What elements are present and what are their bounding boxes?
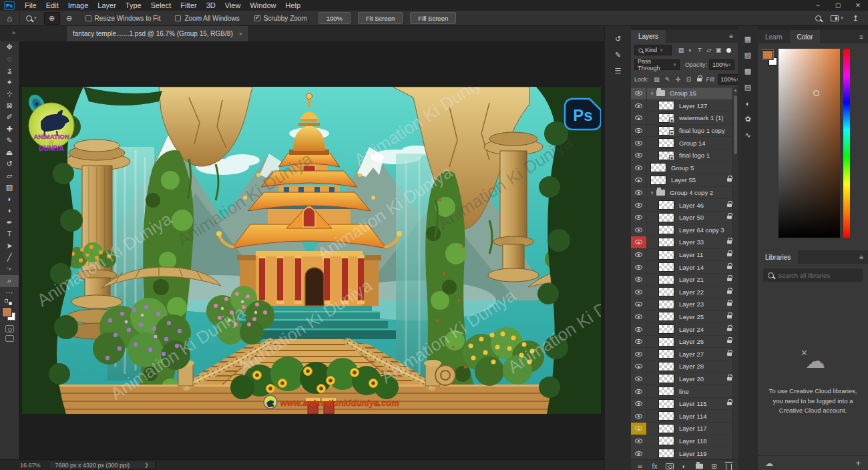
restore-button[interactable]: ▢ [828,0,848,11]
expand-chevron-icon[interactable]: ∨ [650,91,654,96]
layer-name[interactable]: Layer 114 [679,413,707,420]
line-tool[interactable]: ╱ [0,252,19,264]
lock-transparent-icon[interactable]: ▨ [652,75,662,84]
layer-row[interactable]: Layer 118 [631,435,738,448]
layer-row[interactable]: Layer 24 [631,323,738,336]
layer-row[interactable]: Layer 28 [631,361,738,373]
menu-type[interactable]: Type [121,0,146,11]
current-tool-icon[interactable]: ▾ [20,11,43,26]
document-tab[interactable]: fantacy temple.......1.psd @ 16.7% (Grou… [67,26,249,41]
layer-row[interactable]: Layer 127 [631,100,738,113]
brush-settings-panel-icon[interactable]: ✎ [610,48,626,62]
layer-thumbnail[interactable] [658,349,674,359]
layer-thumbnail[interactable] [658,138,674,148]
layer-name[interactable]: Layer 24 [679,326,704,333]
minimize-button[interactable]: – [808,0,828,11]
menu-window[interactable]: Window [245,0,280,11]
frame-tool[interactable]: ⊠ [0,100,19,112]
filter-kind-select[interactable]: Kind∨ [634,45,672,55]
zoom-in-mode-button[interactable]: ⊕ [44,12,60,25]
layer-row[interactable]: Layer 64 copy 3 [631,224,738,237]
quick-mask-button[interactable] [5,325,14,332]
gradients-panel-icon[interactable]: ▧ [740,48,756,62]
panel-collapse-icon[interactable]: » [12,29,15,36]
menu-select[interactable]: Select [146,0,176,11]
search-icon[interactable] [815,15,821,21]
zoom-100-button[interactable]: 100% [318,12,351,24]
layer-row[interactable]: ▣ final logo 1 copy [631,125,738,138]
clone-stamp-tool[interactable]: ⏏ [0,147,19,159]
adjustments-panel-icon[interactable]: ▤ [740,80,756,94]
layer-name[interactable]: Layer 11 [679,251,703,258]
visibility-toggle[interactable] [631,323,647,335]
tab-layers[interactable]: Layers [631,30,666,43]
layer-thumbnail[interactable]: ▣ [658,113,674,123]
layer-thumbnail[interactable] [658,312,674,321]
layer-row[interactable]: Layer 14 [631,261,738,274]
visibility-toggle[interactable] [631,361,647,373]
visibility-toggle[interactable] [631,137,647,149]
visibility-toggle[interactable] [631,336,647,348]
layer-name[interactable]: Group 4 copy 2 [670,189,713,196]
visibility-toggle[interactable] [631,224,647,236]
visibility-toggle[interactable] [631,174,647,186]
canvas-pasteboard[interactable]: Animation Ki Duniya Animation Ki Duniya … [19,41,604,459]
layer-thumbnail[interactable]: ▣ [658,151,674,160]
blend-mode-select[interactable]: Pass Through∨ [634,59,680,70]
expand-chevron-icon[interactable]: ∨ [650,190,654,196]
filter-shape-layers-icon[interactable]: ▱ [704,45,714,55]
visibility-toggle[interactable] [631,236,647,248]
layer-row[interactable]: Layer 46 [631,199,738,212]
lock-pixels-icon[interactable]: ✎ [663,75,672,84]
layer-thumbnail[interactable] [658,362,674,371]
layer-name[interactable]: Layer 26 [679,338,704,345]
layer-name[interactable]: Layer 55 [671,176,696,184]
layer-thumbnail[interactable] [658,287,674,296]
visibility-toggle[interactable] [631,423,647,435]
checkbox[interactable] [254,15,260,21]
layer-thumbnail[interactable] [658,374,674,383]
layer-row[interactable]: Layer 23 [631,298,738,311]
panel-menu-icon[interactable]: ≡ [859,30,868,43]
layer-thumbnail[interactable] [650,176,666,185]
layer-thumbnail[interactable] [650,163,666,172]
fit-screen-button[interactable]: Fit Screen [358,12,403,24]
crop-tool[interactable]: ⊹ [0,88,19,100]
layer-row[interactable]: ∨ Group 15 [631,87,738,100]
marquee-tool[interactable]: ◌ [0,53,19,65]
zoom-tool[interactable]: ⌕ [0,275,19,287]
zoom-level[interactable]: 16.67% [20,462,41,469]
layer-row[interactable]: Layer 119 [631,447,738,459]
menu-3d[interactable]: 3D [202,0,220,11]
layer-effects-button[interactable]: fx [651,463,659,470]
healing-brush-tool[interactable]: ✚ [0,124,19,136]
menu-edit[interactable]: Edit [41,0,63,11]
visibility-toggle[interactable] [631,112,647,124]
visibility-toggle[interactable] [631,187,647,199]
foreground-color-swatch[interactable] [763,50,773,59]
visibility-toggle[interactable] [631,348,647,360]
layer-thumbnail[interactable] [658,411,674,421]
document-info[interactable]: 7680 px x 4320 px (300 ppi) ❯ [49,461,156,469]
layer-row[interactable]: line [631,385,738,398]
eraser-tool[interactable]: ▱ [0,170,19,182]
hand-tool[interactable]: ☞ [0,264,19,276]
layer-name[interactable]: Layer 33 [679,238,704,246]
checkbox[interactable] [85,15,91,21]
swap-colors-icon[interactable] [0,298,19,306]
visibility-toggle[interactable] [631,410,647,422]
menu-help[interactable]: Help [281,0,306,11]
add-layer-mask-button[interactable] [666,463,674,469]
filter-toggle-icon[interactable] [726,48,731,53]
layer-thumbnail[interactable] [658,275,674,284]
foreground-color-swatch[interactable] [3,308,11,316]
zoom-all-windows-checkbox[interactable]: Zoom All Windows [175,15,239,22]
lasso-tool[interactable]: ʓ [0,65,19,77]
panel-menu-icon[interactable]: ≡ [859,250,868,264]
delete-layer-button[interactable] [725,462,733,470]
layer-thumbnail[interactable] [658,250,674,260]
layer-name[interactable]: Layer 64 copy 3 [679,226,724,234]
filter-pixel-layers-icon[interactable]: ▨ [676,45,686,55]
visibility-toggle[interactable] [631,298,647,310]
color-panel-tab[interactable]: Color [790,30,821,43]
